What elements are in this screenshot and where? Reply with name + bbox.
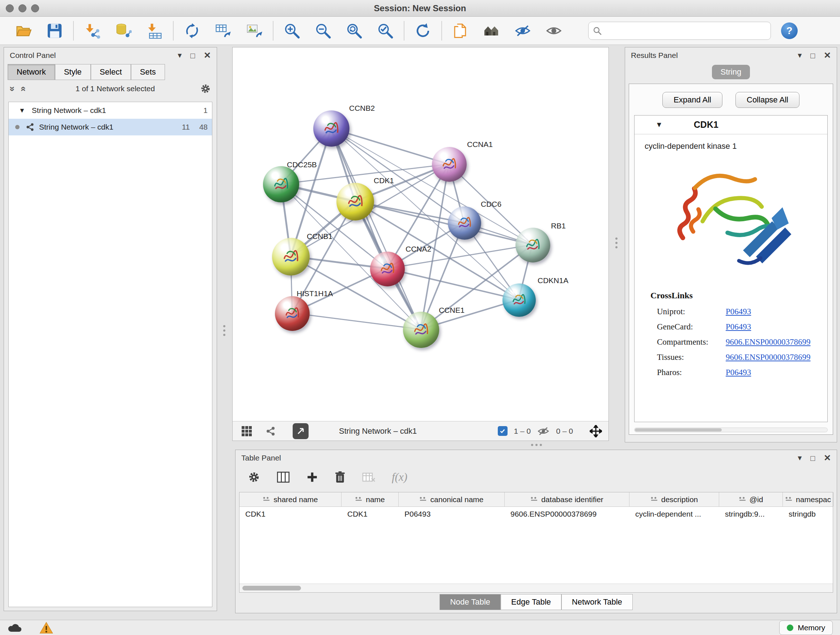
panel-float-icon[interactable]: □ [810,52,815,59]
tab-sets[interactable]: Sets [131,64,165,80]
panel-float-icon[interactable]: □ [190,52,195,59]
panel-close-icon[interactable]: ✕ [824,51,831,60]
panel-menu-icon[interactable]: ▾ [798,454,802,462]
tab-edge-table[interactable]: Edge Table [501,594,561,610]
new-network-button[interactable] [183,21,202,41]
pan-move-icon[interactable] [590,425,602,437]
first-neighbors-button[interactable] [482,21,501,41]
protein-name: CDK1 [694,119,718,130]
show-all-button[interactable] [545,21,563,41]
column-header-database-identifier[interactable]: database identifier [505,492,630,507]
crosslink-label: Pharos: [657,368,726,377]
save-session-button[interactable] [45,21,64,41]
column-header-shared-name[interactable]: shared name [240,492,341,507]
tab-node-table[interactable]: Node Table [439,594,501,610]
birdseye-view-button[interactable] [241,426,252,437]
zoom-out-button[interactable] [314,21,332,41]
node-CCNB2[interactable] [313,111,349,147]
left-splitter-handle[interactable] [223,325,225,336]
tab-network-table[interactable]: Network Table [561,594,633,610]
collapse-tree-icon[interactable]: ▼ [19,107,25,114]
node-CCNB1[interactable] [272,238,309,276]
memory-button[interactable]: Memory [779,621,833,635]
right-splitter-handle[interactable] [615,238,617,249]
panel-menu-icon[interactable]: ▾ [798,51,802,59]
create-column-button[interactable] [306,471,318,483]
column-header-namespac[interactable]: namespac [783,492,834,507]
tab-select[interactable]: Select [91,64,131,80]
node-RB1[interactable] [515,228,550,263]
show-columns-button[interactable] [277,471,290,483]
crosslink-value-link[interactable]: P06493 [726,307,751,316]
bottom-splitter-handle[interactable] [531,444,542,446]
node-HIST1H1A[interactable] [275,296,309,331]
panel-menu-icon[interactable]: ▾ [178,51,182,59]
zoom-fit-button[interactable] [345,21,363,41]
detach-view-button[interactable] [293,423,309,439]
node-CDC25B[interactable] [263,166,299,203]
table-horizontal-scrollbar[interactable] [240,584,833,592]
network-row[interactable]: String Network – cdk1 11 48 [9,119,212,135]
collapse-all-button[interactable]: Collapse All [736,92,799,108]
network-collection-row[interactable]: ▼ String Network – cdk1 1 [9,102,212,119]
toolbar-separator [73,21,74,41]
delete-column-button[interactable] [335,471,346,483]
node-CCNE1[interactable] [403,312,439,348]
zoom-selected-button[interactable] [376,21,395,41]
open-session-button[interactable] [14,21,33,41]
crosslink-value-link[interactable]: P06493 [726,322,751,331]
node-CDK1[interactable] [336,183,374,220]
expand-all-networks-icon[interactable]: » [7,86,18,91]
network-options-gear-icon[interactable] [200,83,211,94]
clone-network-button[interactable] [451,21,470,41]
selected-indicator-checkbox[interactable] [498,426,508,436]
cloud-status-button[interactable] [7,622,23,633]
network-canvas[interactable]: CCNB2CCNA1CDC25BCDK1CDC6RB1CCNB1CCNA2CDK… [233,48,608,421]
protein-structure-thumbnail [509,290,529,310]
protein-section-header[interactable]: ▼ CDK1 [635,116,827,134]
column-header-description[interactable]: description [630,492,719,507]
panel-close-icon[interactable]: ✕ [824,454,831,462]
scrollbar-thumb[interactable] [635,428,722,432]
import-network-database-button[interactable] [114,21,133,41]
scrollbar-thumb[interactable] [242,586,301,591]
column-header-name[interactable]: name [341,492,399,507]
import-network-file-button[interactable] [83,21,102,41]
results-horizontal-scrollbar[interactable] [634,428,828,432]
hide-selected-button[interactable] [513,21,532,41]
function-builder-label[interactable]: f(x) [392,470,407,484]
node-CCNA2[interactable] [370,252,405,287]
window-title: Session: New Session [0,3,840,13]
network-type-icon [25,122,35,132]
tab-string[interactable]: String [712,65,750,79]
expand-all-button[interactable]: Expand All [662,92,722,108]
crosslink-value-link[interactable]: 9606.ENSP00000378699 [726,353,811,362]
tab-style[interactable]: Style [55,64,91,80]
table-options-button[interactable] [248,471,260,483]
search-input[interactable] [605,26,766,35]
warnings-button[interactable] [39,621,54,634]
export-image-button[interactable] [245,21,264,41]
zoom-in-button[interactable] [283,21,302,41]
help-button[interactable]: ? [781,22,798,39]
network-overview-button[interactable] [265,426,276,437]
collapse-all-networks-icon[interactable]: » [17,86,28,91]
delete-table-button-disabled[interactable] [362,472,375,483]
table-row[interactable]: CDK1CDK1P064939606.ENSP00000378699cyclin… [240,507,833,521]
node-CDC6[interactable] [448,206,481,240]
refresh-layout-button[interactable] [414,21,432,41]
panel-float-icon[interactable]: □ [810,454,815,462]
column-header-canonical-name[interactable]: canonical name [399,492,505,507]
panel-close-icon[interactable]: ✕ [204,51,211,60]
import-table-button[interactable] [145,21,164,41]
crosslink-value-link[interactable]: 9606.ENSP00000378699 [726,337,811,347]
tab-network[interactable]: Network [8,64,55,80]
refresh-icon [415,22,431,39]
collapse-section-icon[interactable]: ▼ [655,120,663,129]
network-from-table-button[interactable] [214,21,233,41]
node-CDKN1A[interactable] [502,283,536,317]
control-panel-title: Control Panel [10,51,56,60]
column-header--id[interactable]: @id [719,492,783,507]
crosslink-value-link[interactable]: P06493 [726,368,751,377]
node-CCNA1[interactable] [432,147,467,182]
